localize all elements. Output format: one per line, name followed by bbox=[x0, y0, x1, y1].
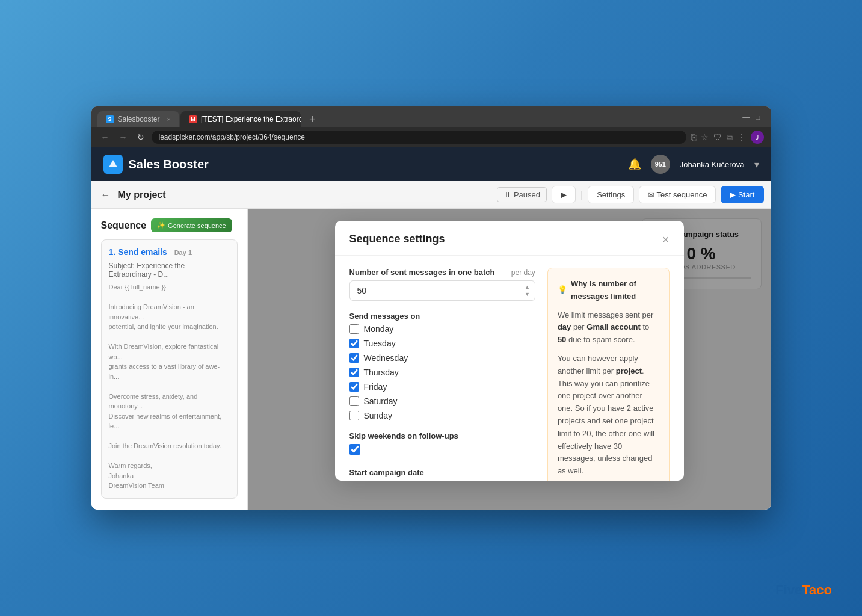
test-sequence-button[interactable]: ✉ Test sequence bbox=[639, 186, 716, 203]
monday-label: Monday bbox=[364, 324, 394, 334]
sunday-label: Sunday bbox=[364, 411, 392, 420]
sunday-checkbox[interactable] bbox=[349, 411, 359, 420]
day-label: Day 1 bbox=[174, 249, 192, 256]
spinner-up-button[interactable]: ▲ bbox=[524, 284, 531, 291]
skip-weekends-group: Skip weekends on follow-ups bbox=[349, 431, 535, 457]
skip-weekends-label: Skip weekends on follow-ups bbox=[349, 431, 535, 440]
svg-marker-0 bbox=[109, 160, 117, 167]
app-layout: Sales Booster 🔔 951 Johanka Kučerová ▾ ←… bbox=[91, 147, 771, 510]
per-day-label: per day bbox=[511, 268, 535, 277]
back-button[interactable]: ← bbox=[99, 131, 112, 143]
browser-actions: ⎘ ☆ 🛡 ⧉ ⋮ J bbox=[691, 131, 764, 144]
reload-button[interactable]: ↻ bbox=[135, 131, 147, 143]
modal-overlay[interactable]: Sequence settings × Number of bbox=[248, 209, 771, 510]
sidebar: Sequence ✨ Generate sequence 1. Send ema… bbox=[91, 209, 248, 510]
brand-name: Sales Booster bbox=[129, 158, 209, 171]
bookmark-icon[interactable]: ⎘ bbox=[691, 132, 696, 142]
email-step-1: 1. Send emails Day 1 Subject: Experience… bbox=[101, 239, 238, 499]
star-icon[interactable]: ☆ bbox=[701, 132, 709, 142]
skip-weekends-checkbox[interactable] bbox=[349, 444, 360, 455]
main-content: Campaign status 0 % LEADS ADDRESSED Sequ… bbox=[248, 209, 771, 510]
sequence-settings-modal: Sequence settings × Number of bbox=[335, 221, 684, 481]
generate-sequence-button[interactable]: ✨ Generate sequence bbox=[151, 218, 232, 232]
forward-button[interactable]: → bbox=[117, 131, 130, 143]
batch-size-input[interactable] bbox=[349, 280, 535, 301]
start-button[interactable]: ▶ Start bbox=[721, 186, 763, 203]
send-on-group: Send messages on Monday bbox=[349, 312, 535, 420]
tuesday-label: Tuesday bbox=[364, 339, 396, 348]
monday-checkbox[interactable] bbox=[349, 324, 359, 334]
batch-input-wrapper: ▲ ▼ bbox=[349, 280, 535, 301]
days-checkbox-group: Monday Tuesday bbox=[349, 324, 535, 420]
settings-button[interactable]: Settings bbox=[588, 186, 634, 203]
tuesday-checkbox[interactable] bbox=[349, 339, 359, 348]
pause-icon: ⏸ bbox=[503, 190, 511, 199]
email-icon: ✉ bbox=[648, 190, 654, 199]
info-paragraph-2: You can however apply another limit per … bbox=[558, 353, 659, 478]
project-title: My project bbox=[118, 189, 166, 200]
start-icon: ▶ bbox=[730, 190, 736, 199]
wednesday-checkbox[interactable] bbox=[349, 353, 359, 363]
tab-controls: — □ bbox=[742, 113, 765, 125]
app-content: Sequence ✨ Generate sequence 1. Send ema… bbox=[91, 209, 771, 510]
tab-label-salesbooster: Salesbooster bbox=[118, 115, 160, 123]
action-bar: ← My project ⏸ Paused ▶ | Settings ✉ Tes… bbox=[91, 181, 771, 209]
user-name-label: Johanka Kučerová bbox=[680, 160, 745, 169]
minimize-icon[interactable]: — bbox=[742, 113, 750, 122]
friday-label: Friday bbox=[364, 382, 387, 392]
back-to-project-button[interactable]: ← bbox=[99, 188, 113, 202]
fivetaco-taco: Taco bbox=[802, 582, 832, 597]
wednesday-checkbox-item[interactable]: Wednesday bbox=[349, 353, 535, 363]
shield-icon[interactable]: 🛡 bbox=[713, 132, 722, 142]
browser-tabs: S Salesbooster × M [TEST] Experience the… bbox=[91, 106, 771, 127]
step-title: 1. Send emails Day 1 bbox=[109, 247, 230, 257]
browser-menu-icon[interactable]: ⋮ bbox=[737, 132, 746, 142]
monday-checkbox-item[interactable]: Monday bbox=[349, 324, 535, 334]
sidebar-section-title: Sequence ✨ Generate sequence bbox=[101, 218, 238, 232]
tab-salesbooster[interactable]: S Salesbooster × bbox=[97, 111, 179, 127]
paused-label: Paused bbox=[514, 190, 540, 199]
profile-icon[interactable]: J bbox=[751, 131, 764, 144]
start-date-group: Start campaign date bbox=[349, 468, 535, 481]
topbar-right: 🔔 951 Johanka Kučerová ▾ bbox=[628, 155, 759, 174]
info-box: 💡 Why is number of messages limited We l… bbox=[547, 268, 670, 481]
modal-two-col: Number of sent messages in one batch per… bbox=[349, 268, 670, 481]
tab-favicon-test: M bbox=[189, 115, 197, 123]
tab-close-salesbooster[interactable]: × bbox=[167, 116, 171, 123]
wednesday-label: Wednesday bbox=[364, 353, 408, 363]
info-title-text: Why is number of messages limited bbox=[571, 278, 659, 303]
sunday-checkbox-item[interactable]: Sunday bbox=[349, 411, 535, 420]
user-dropdown-icon[interactable]: ▾ bbox=[754, 159, 759, 170]
logo-icon bbox=[103, 155, 123, 174]
friday-checkbox-item[interactable]: Friday bbox=[349, 382, 535, 392]
paused-badge: ⏸ Paused bbox=[497, 187, 547, 202]
new-tab-button[interactable]: + bbox=[304, 112, 321, 127]
modal-close-button[interactable]: × bbox=[662, 233, 670, 245]
tab-label-test: [TEST] Experience the Extraordin... bbox=[201, 115, 301, 123]
saturday-label: Saturday bbox=[364, 396, 398, 406]
play-button[interactable]: ▶ bbox=[552, 186, 576, 203]
fivetaco-brand: FiveTaco bbox=[775, 582, 832, 598]
skip-weekends-checkbox-wrapper bbox=[349, 444, 535, 457]
app-logo: Sales Booster bbox=[103, 155, 209, 174]
lightbulb-icon: 💡 bbox=[558, 284, 567, 297]
fivetaco-five: Five bbox=[775, 582, 802, 597]
notification-button[interactable]: 🔔 bbox=[628, 158, 641, 171]
spinner-down-button[interactable]: ▼ bbox=[524, 291, 531, 298]
modal-left-col: Number of sent messages in one batch per… bbox=[349, 268, 535, 481]
thursday-label: Thursday bbox=[364, 368, 399, 377]
thursday-checkbox-item[interactable]: Thursday bbox=[349, 368, 535, 377]
saturday-checkbox[interactable] bbox=[349, 396, 359, 406]
batch-label: Number of sent messages in one batch bbox=[349, 268, 495, 277]
extensions-icon[interactable]: ⧉ bbox=[727, 132, 733, 143]
thursday-checkbox[interactable] bbox=[349, 368, 359, 377]
saturday-checkbox-item[interactable]: Saturday bbox=[349, 396, 535, 406]
maximize-icon[interactable]: □ bbox=[756, 113, 760, 122]
info-box-title: 💡 Why is number of messages limited bbox=[558, 278, 659, 303]
tuesday-checkbox-item[interactable]: Tuesday bbox=[349, 339, 535, 348]
friday-checkbox[interactable] bbox=[349, 382, 359, 392]
tab-test-experience[interactable]: M [TEST] Experience the Extraordin... × bbox=[180, 111, 301, 127]
spinner-buttons: ▲ ▼ bbox=[524, 284, 531, 298]
address-bar-input[interactable] bbox=[152, 131, 686, 144]
tab-favicon-salesbooster: S bbox=[106, 115, 114, 123]
